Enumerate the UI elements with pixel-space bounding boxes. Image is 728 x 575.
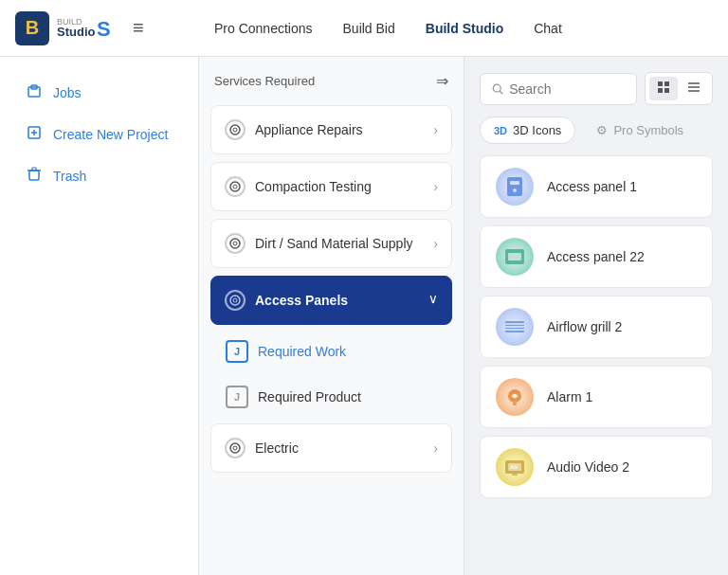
icon-card-audio-video-2[interactable]: AV Audio Video 2 — [480, 436, 713, 498]
trash-icon — [27, 167, 42, 186]
middle-panel: Services Required ⇒ Appliance Repairs › … — [199, 57, 464, 575]
icon-card-airflow-grill-2[interactable]: Airflow grill 2 — [480, 296, 713, 358]
service-appliance-chevron: › — [433, 122, 438, 137]
service-access-panels[interactable]: Access Panels ∧ — [210, 276, 452, 325]
search-box[interactable] — [480, 73, 637, 105]
logo-b-icon: B — [15, 11, 49, 45]
view-toggle — [645, 72, 713, 105]
grid-icon — [657, 81, 670, 94]
icon-card-access-panel-22-label: Access panel 22 — [547, 249, 645, 264]
icon-card-access-panel-22[interactable]: Access panel 22 — [480, 225, 713, 288]
hamburger-icon[interactable]: ≡ — [129, 13, 148, 43]
sidebar-item-trash[interactable]: Trash — [15, 159, 183, 193]
panel-header-arrow-icon: ⇒ — [436, 72, 448, 90]
sidebar-item-create-label: Create New Project — [53, 127, 168, 142]
search-input[interactable] — [509, 81, 625, 97]
service-dirt-sand[interactable]: Dirt / Sand Material Supply › — [210, 219, 452, 268]
tab-pro-symbols[interactable]: ⚙ Pro Symbols — [583, 117, 697, 144]
sub-item-required-work[interactable]: J Required Work — [199, 329, 464, 374]
airflow-grill-2-icon — [496, 308, 534, 346]
service-compaction-testing[interactable]: Compaction Testing › — [210, 162, 452, 211]
icon-card-access-panel-1[interactable]: Access panel 1 — [480, 155, 713, 218]
grid-view-btn[interactable] — [649, 77, 678, 100]
tab-pro-label: Pro Symbols — [613, 123, 683, 137]
svg-rect-44 — [512, 474, 518, 476]
3d-icon-badge: 3D — [494, 125, 507, 136]
svg-rect-30 — [507, 177, 522, 196]
sidebar-item-jobs[interactable]: Jobs — [15, 76, 183, 110]
service-appliance-icon — [225, 119, 246, 140]
svg-rect-31 — [510, 181, 519, 185]
logo-area: B BUILD Studio S ≡ — [15, 11, 214, 45]
tab-3d-label: 3D Icons — [513, 123, 561, 137]
sidebar-item-jobs-label: Jobs — [53, 85, 82, 100]
icon-card-airflow-grill-2-label: Airflow grill 2 — [547, 319, 622, 334]
svg-point-16 — [233, 242, 237, 245]
icon-tabs: 3D 3D Icons ⚙ Pro Symbols — [480, 117, 713, 144]
sub-item-required-product[interactable]: J Required Product — [199, 374, 464, 420]
nav-pro-connections[interactable]: Pro Connections — [214, 21, 313, 36]
service-electric[interactable]: Electric › — [210, 423, 452, 473]
svg-rect-8 — [29, 171, 39, 180]
sidebar: Jobs Create New Project Trash — [0, 57, 199, 575]
svg-point-21 — [493, 84, 500, 92]
list-icon — [687, 81, 701, 94]
service-dirt-icon — [225, 233, 246, 254]
icon-card-alarm-1-label: Alarm 1 — [547, 389, 592, 404]
svg-text:S: S — [97, 17, 111, 41]
svg-point-15 — [230, 239, 240, 248]
nav-build-studio[interactable]: Build Studio — [426, 21, 503, 36]
panel-header: Services Required ⇒ — [199, 57, 464, 101]
service-appliance-repairs[interactable]: Appliance Repairs › — [210, 105, 452, 154]
svg-line-22 — [500, 91, 502, 94]
top-nav: B BUILD Studio S ≡ Pro Connections Build… — [0, 0, 728, 57]
service-compaction-chevron: › — [433, 179, 438, 194]
service-access-chevron: ∧ — [428, 293, 438, 308]
svg-rect-26 — [664, 88, 669, 93]
svg-point-12 — [233, 128, 237, 132]
nav-build-bid[interactable]: Build Bid — [343, 21, 395, 36]
icon-card-audio-video-2-label: Audio Video 2 — [547, 459, 629, 475]
svg-text:Studio: Studio — [57, 25, 95, 39]
nav-chat[interactable]: Chat — [534, 21, 562, 36]
service-electric-chevron: › — [433, 440, 438, 456]
svg-point-40 — [513, 394, 517, 398]
svg-point-18 — [233, 298, 237, 302]
sidebar-item-create-new-project[interactable]: Create New Project — [15, 117, 183, 152]
svg-point-20 — [233, 446, 237, 450]
svg-rect-34 — [508, 253, 521, 261]
nav-links: Pro Connections Build Bid Build Studio C… — [214, 21, 713, 36]
search-icon — [492, 82, 503, 96]
required-work-label: Required Work — [258, 344, 346, 359]
svg-point-17 — [230, 296, 240, 305]
right-panel: 3D 3D Icons ⚙ Pro Symbols Access panel 1… — [464, 57, 728, 575]
icon-card-alarm-1[interactable]: Alarm 1 — [480, 366, 713, 428]
svg-text:AV: AV — [510, 464, 518, 470]
svg-rect-24 — [664, 81, 669, 86]
access-panel-1-icon — [496, 168, 534, 206]
service-access-icon — [225, 290, 246, 311]
svg-rect-10 — [32, 168, 36, 171]
service-appliance-label: Appliance Repairs — [255, 122, 424, 137]
svg-point-11 — [230, 125, 240, 135]
logo-text: BUILD Studio S — [57, 11, 114, 45]
alarm-1-icon — [496, 378, 534, 416]
panel-header-title: Services Required — [214, 74, 315, 88]
list-view-btn[interactable] — [680, 77, 708, 100]
sidebar-item-trash-label: Trash — [53, 169, 86, 184]
search-toolbar — [480, 72, 713, 105]
service-access-label: Access Panels — [255, 293, 419, 308]
svg-point-13 — [230, 182, 240, 191]
icon-card-access-panel-1-label: Access panel 1 — [547, 179, 637, 194]
pro-symbols-badge: ⚙ — [596, 123, 608, 137]
svg-point-19 — [230, 443, 240, 453]
svg-point-32 — [513, 189, 517, 192]
service-dirt-chevron: › — [433, 236, 438, 251]
jobs-icon — [27, 83, 42, 102]
service-electric-label: Electric — [255, 440, 424, 456]
svg-point-14 — [233, 185, 237, 189]
main-layout: Jobs Create New Project Trash Services R… — [0, 57, 728, 575]
required-work-icon: J — [226, 340, 248, 363]
required-product-label: Required Product — [258, 389, 361, 404]
tab-3d-icons[interactable]: 3D 3D Icons — [480, 117, 575, 144]
